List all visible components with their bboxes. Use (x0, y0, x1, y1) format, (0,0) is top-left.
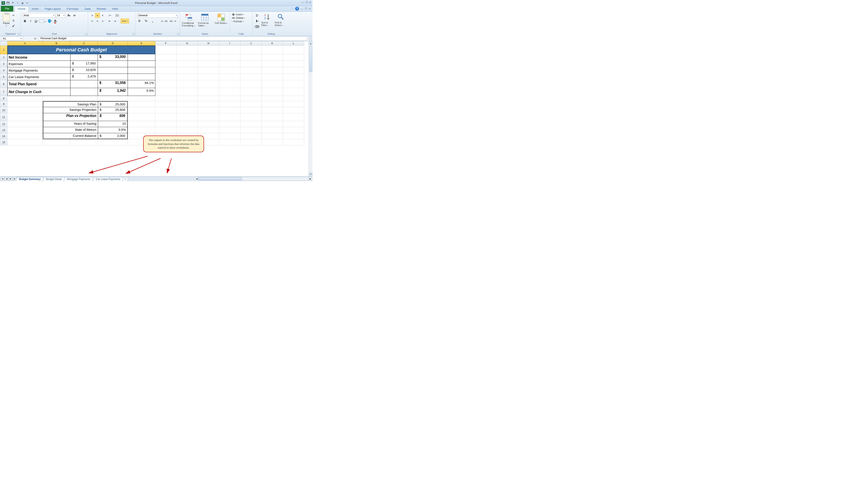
cell[interactable] (7, 121, 43, 127)
row-header[interactable]: 10 (0, 107, 7, 113)
col-header[interactable]: D (98, 41, 128, 45)
cell[interactable]: Rate of Return (43, 127, 98, 133)
cell[interactable] (219, 67, 240, 74)
autosum-button[interactable]: Σ▾ (254, 13, 260, 18)
tab-insert[interactable]: Insert (29, 6, 42, 11)
sheet-tab-mortgage-payments[interactable]: Mortgage Payments (64, 177, 94, 181)
next-sheet-icon[interactable]: ▶ (9, 177, 13, 181)
find-select-button[interactable]: Find & Select ▾ (275, 13, 287, 27)
cell[interactable] (177, 74, 198, 80)
cell[interactable]: $33,000 (98, 54, 128, 61)
col-header[interactable]: A (7, 41, 43, 45)
cell[interactable] (262, 113, 283, 121)
cell[interactable] (98, 139, 128, 145)
align-top-icon[interactable]: ≡ (90, 13, 95, 18)
merge-center-button[interactable]: ⬌a⬌▾ (121, 19, 129, 23)
row-header[interactable]: 7 (0, 88, 7, 96)
cell[interactable] (240, 54, 262, 61)
cell[interactable] (7, 127, 43, 133)
cell[interactable] (240, 133, 262, 139)
align-left-icon[interactable]: ≡ (90, 19, 95, 23)
bold-button[interactable]: B (23, 19, 27, 23)
cell[interactable] (262, 54, 283, 61)
cell[interactable] (198, 127, 219, 133)
cell[interactable] (155, 61, 177, 67)
cell[interactable] (155, 54, 177, 61)
cell[interactable] (240, 74, 262, 80)
cell[interactable] (240, 139, 262, 145)
cell[interactable] (198, 121, 219, 127)
cell[interactable]: $17,950 (70, 61, 98, 67)
cell[interactable] (128, 54, 155, 61)
scroll-right-icon[interactable]: ▶ (308, 177, 312, 180)
minimize-icon[interactable]: — (301, 1, 304, 4)
clipboard-launcher-icon[interactable]: ↘ (18, 33, 20, 35)
cell[interactable] (283, 133, 304, 139)
close-icon[interactable]: ✕ (309, 1, 311, 4)
cell[interactable] (155, 88, 177, 96)
row-header[interactable]: 15 (0, 139, 7, 145)
cell[interactable] (198, 74, 219, 80)
row-header[interactable]: 2 (0, 54, 7, 61)
col-header[interactable]: F (155, 41, 177, 45)
cell[interactable] (240, 45, 262, 54)
cell[interactable] (240, 96, 262, 101)
print-icon[interactable]: 🖨 (20, 1, 24, 5)
cell[interactable] (198, 80, 219, 88)
cell[interactable] (155, 101, 177, 107)
orientation-icon[interactable]: ⤢▾ (107, 13, 112, 18)
col-header[interactable]: B (43, 41, 70, 45)
cell[interactable] (198, 61, 219, 67)
cell[interactable] (177, 121, 198, 127)
cell[interactable] (7, 96, 43, 101)
font-size-combo[interactable]: 14▾ (56, 13, 65, 18)
cell[interactable] (177, 127, 198, 133)
cell[interactable] (7, 101, 43, 107)
cell[interactable] (177, 61, 198, 67)
cell-styles-button[interactable]: Cell Styles ▾ (214, 13, 228, 24)
tab-home[interactable]: Home (14, 6, 29, 12)
cell[interactable] (240, 80, 262, 88)
sheet-tab-car-lease-payments[interactable]: Car Lease Payments (92, 177, 123, 181)
cell[interactable] (128, 67, 155, 74)
redo-icon[interactable]: ↷ (16, 1, 20, 5)
tab-file[interactable]: File (1, 6, 13, 11)
cell[interactable] (155, 121, 177, 127)
fill-color-button[interactable]: 🪣▾ (47, 19, 52, 23)
save-icon[interactable]: 💾 (6, 1, 10, 5)
wrap-text-button[interactable]: ab (115, 13, 119, 18)
cell[interactable] (155, 113, 177, 121)
cell[interactable] (262, 61, 283, 67)
cell[interactable] (219, 88, 240, 96)
cell[interactable] (198, 101, 219, 107)
row-header[interactable]: 11 (0, 113, 7, 121)
cell[interactable] (262, 88, 283, 96)
col-header[interactable]: J (240, 41, 262, 45)
format-as-table-button[interactable]: Format as Table ▾ (198, 13, 212, 27)
cell[interactable] (177, 54, 198, 61)
cell[interactable] (262, 107, 283, 113)
cell[interactable] (240, 101, 262, 107)
font-color-button[interactable]: A▾ (53, 19, 58, 23)
scroll-down-icon[interactable]: ▼ (309, 172, 312, 176)
restore-icon[interactable]: ❐ (305, 1, 308, 4)
cell[interactable]: 5.9% (128, 88, 155, 96)
align-bottom-icon[interactable]: ≡ (100, 13, 105, 18)
cell[interactable]: Net Change in Cash (7, 88, 70, 96)
cell[interactable] (70, 54, 98, 61)
cell[interactable]: Savings Plan (43, 101, 98, 107)
sheet-tab-budget-summary[interactable]: Budget Summary (16, 177, 44, 181)
increase-indent-icon[interactable]: ⇥ (112, 19, 117, 23)
new-sheet-icon[interactable]: ✧ (122, 177, 128, 181)
cell[interactable] (240, 107, 262, 113)
cell[interactable]: $25,000 (98, 101, 128, 107)
tab-view[interactable]: View (109, 6, 121, 11)
cell[interactable] (219, 54, 240, 61)
cell[interactable] (198, 96, 219, 101)
cell[interactable]: $2,479 (70, 74, 98, 80)
cell[interactable] (70, 88, 98, 96)
cell[interactable] (70, 96, 98, 101)
align-middle-icon[interactable]: ≡ (95, 13, 100, 18)
vertical-scrollbar[interactable]: ▲ ▼ (309, 41, 312, 176)
row-header[interactable]: 8 (0, 96, 7, 101)
